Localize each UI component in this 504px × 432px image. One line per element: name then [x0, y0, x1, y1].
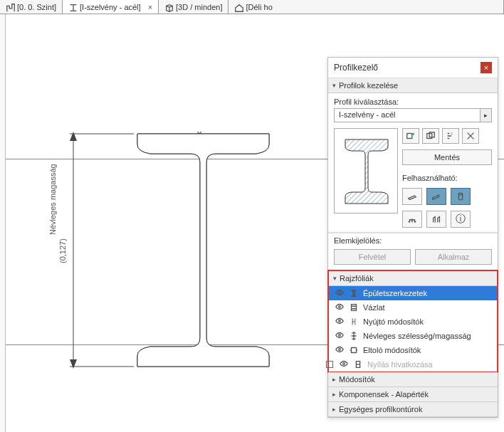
apply-button[interactable]: Alkalmaz	[415, 249, 492, 265]
section-modifiers[interactable]: Módosítók	[328, 372, 498, 387]
svg-marker-3	[70, 359, 77, 369]
layer-label: Névleges szélesség/magasság	[363, 332, 471, 340]
cube-icon	[164, 3, 173, 11]
usable-label: Felhasználható:	[402, 174, 492, 182]
layer-label: Eltoló módosítók	[363, 346, 421, 354]
offset-icon	[349, 345, 359, 355]
section-manage-profiles[interactable]: Profilok kezelése	[328, 78, 498, 93]
profile-select[interactable]: I-szelvény - acél ▸	[334, 108, 492, 122]
svg-point-17	[343, 363, 345, 365]
svg-point-16	[339, 349, 341, 351]
section-components[interactable]: Komponensek - Alapérték	[328, 387, 498, 402]
usable-row-2: ⓘ	[402, 211, 492, 228]
layer-building[interactable]: Épületszerkezetek	[329, 286, 497, 300]
usable-row-1	[402, 188, 492, 205]
new-profile-button[interactable]	[402, 128, 419, 144]
usable-beam[interactable]	[426, 188, 446, 205]
eye-icon[interactable]	[335, 288, 345, 299]
eye-icon[interactable]	[335, 316, 345, 327]
section-layers[interactable]: Rajzfóliák	[329, 271, 497, 286]
eye-icon[interactable]	[335, 344, 345, 356]
eye-off-icon[interactable]	[339, 359, 349, 370]
elem-select-label: Elemkijelölés:	[328, 233, 498, 246]
usable-info[interactable]: ⓘ	[451, 211, 471, 228]
stretch-icon	[349, 317, 359, 327]
svg-point-13	[339, 306, 341, 308]
svg-text:I: I	[451, 131, 453, 136]
usable-wall[interactable]	[402, 188, 422, 205]
usable-column[interactable]	[451, 188, 471, 205]
rename-profile-button[interactable]: I	[442, 128, 459, 144]
section-contours[interactable]: Egységes profilkontúrok	[328, 402, 498, 417]
house-icon	[234, 3, 243, 11]
svg-point-15	[339, 334, 341, 337]
profile-select-label: Profil kiválasztása:	[334, 98, 492, 106]
duplicate-profile-button[interactable]	[422, 128, 439, 144]
floorplan-icon	[6, 3, 14, 11]
panel-title: Profilkezelő	[334, 63, 378, 73]
layer-label: Nyílás hivatkozása	[367, 360, 433, 369]
tab-label: [I-szelvény - acél]	[80, 3, 141, 11]
svg-rect-7	[407, 134, 412, 139]
svg-marker-2	[70, 132, 77, 141]
layer-label: Nyújtó módosítók	[363, 317, 424, 326]
tab-label: [0. 0. Szint]	[17, 3, 56, 11]
tab-bar: [0. 0. Szint] [I-szelvény - acél] × [3D …	[0, 0, 504, 14]
layer-opening[interactable]: Nyílás hivatkozása	[329, 357, 497, 372]
opening-icon	[353, 359, 363, 369]
save-button[interactable]: Mentés	[402, 149, 492, 165]
layer-label: Épületszerkezetek	[363, 289, 427, 297]
panel-close-button[interactable]: ×	[481, 62, 492, 73]
layers-highlight-box: Rajzfóliák Épületszerkezetek Vázlat	[327, 270, 498, 373]
ibeam-drawing	[6, 14, 333, 432]
layer-label: Vázlat	[363, 303, 385, 312]
layer-sketch[interactable]: Vázlat	[329, 300, 497, 315]
vertical-ruler	[0, 14, 6, 432]
eye-icon[interactable]	[335, 330, 345, 342]
profile-manager-panel: Profilkezelő × Profilok kezelése Profil …	[327, 57, 498, 418]
layer-dimensions[interactable]: Névleges szélesség/magasság	[329, 329, 497, 343]
svg-point-14	[339, 320, 341, 322]
usable-rail[interactable]	[402, 211, 422, 228]
layer-stretch[interactable]: Nyújtó módosítók	[329, 315, 497, 329]
layer-checkbox[interactable]	[326, 361, 333, 368]
profile-preview	[334, 128, 398, 214]
svg-point-11	[458, 193, 462, 195]
chevron-right-icon: ▸	[480, 109, 491, 122]
tab-label: [Déli ho	[246, 3, 272, 11]
tab-profile[interactable]: [I-szelvény - acél] ×	[63, 0, 159, 14]
tab-3d[interactable]: [3D / minden]	[159, 0, 229, 14]
svg-point-12	[339, 292, 341, 294]
tab-elevation[interactable]: [Déli ho	[229, 0, 504, 14]
tab-label: [3D / minden]	[176, 3, 222, 11]
layer-offset[interactable]: Eltoló módosítók	[329, 343, 497, 357]
pick-button[interactable]: Felvétel	[334, 249, 411, 265]
ibeam-icon	[68, 3, 77, 11]
close-icon[interactable]: ×	[148, 3, 152, 11]
eye-icon[interactable]	[335, 302, 345, 313]
sketch-icon	[349, 302, 359, 312]
tab-level-0[interactable]: [0. 0. Szint]	[0, 0, 63, 14]
usable-other[interactable]	[426, 211, 446, 228]
dimension-icon	[349, 331, 359, 341]
beam-profile-icon	[349, 288, 359, 298]
delete-profile-button[interactable]	[462, 128, 479, 144]
